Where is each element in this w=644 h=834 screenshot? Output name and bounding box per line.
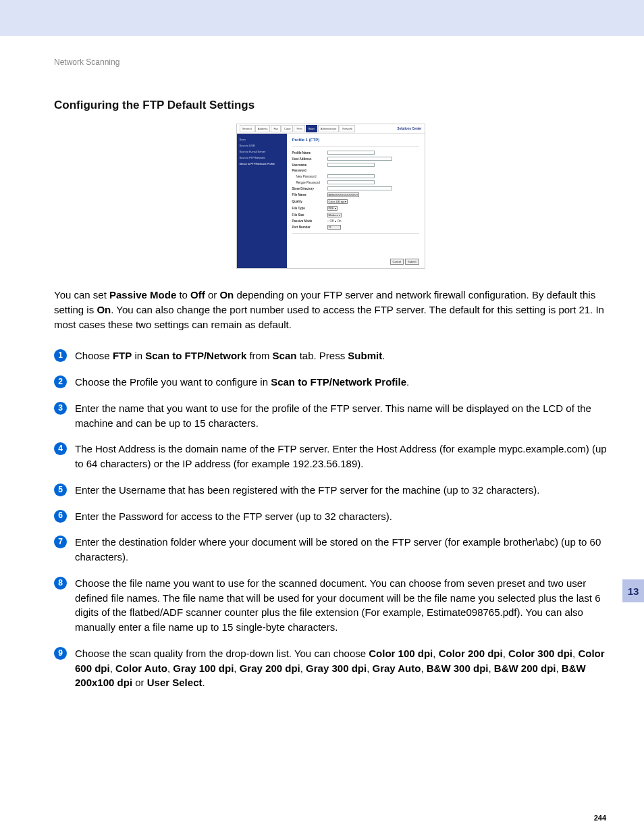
ss-select: BRNXXXXXXXXXXXX ▾ (327, 192, 360, 197)
step-7: 7 Enter the destination folder where you… (54, 535, 607, 565)
text-bold: B&W 300 dpi (427, 662, 489, 674)
step-bullet: 9 (54, 647, 67, 660)
text: or (205, 289, 220, 301)
ss-tab: General (240, 125, 254, 132)
text-bold: User Select (147, 677, 203, 688)
step-bullet: 4 (54, 442, 67, 455)
text: to (176, 289, 190, 301)
page-number: 244 (594, 814, 606, 822)
top-bar (0, 0, 644, 37)
step-bullet: 2 (54, 375, 67, 388)
page-heading: Configuring the FTP Default Settings (54, 99, 607, 112)
text-bold: Gray 100 dpi (173, 662, 234, 674)
ss-field-label: File Name (292, 193, 327, 197)
ss-input (327, 180, 375, 184)
step-body: Enter the Username that has been registe… (75, 483, 607, 498)
ss-side-item: Scan to FTP/Network (237, 155, 287, 161)
embedded-screenshot: General Address Fax Copy Print Scan Admi… (236, 124, 425, 269)
step-body: Choose the scan quality from the drop-do… (75, 646, 607, 690)
ss-side-item: Scan (237, 136, 287, 142)
chapter-tab: 13 (622, 579, 644, 602)
ss-sidebar: Scan Scan to USB Scan to E-mail Server S… (237, 134, 287, 268)
ss-field-label: Profile Name (292, 151, 327, 155)
text: . (382, 350, 385, 361)
ss-field-label: Port Number (292, 226, 327, 229)
ss-body: Scan Scan to USB Scan to E-mail Server S… (237, 134, 425, 268)
ss-field-label: Store Directory (292, 187, 327, 190)
step-bullet: 6 (54, 510, 67, 523)
step-body: The Host Address is the domain name of t… (75, 442, 607, 471)
text: Choose the Profile you want to configure… (75, 376, 271, 388)
ss-tab: Administrator (318, 125, 340, 132)
ss-input-small: 21 (327, 225, 341, 230)
ss-submit-button: Submit (405, 259, 419, 265)
text-bold: Passive Mode (109, 289, 176, 301)
breadcrumb: Network Scanning (54, 57, 607, 67)
step-4: 4 The Host Address is the domain name of… (54, 442, 607, 471)
step-2: 2 Choose the Profile you want to configu… (54, 375, 607, 390)
ss-input (327, 163, 375, 167)
text-bold: Color 200 dpi (439, 648, 503, 659)
page-content: Network Scanning Configuring the FTP Def… (0, 37, 644, 690)
ss-field-label: Quality (292, 200, 327, 203)
step-5: 5 Enter the Username that has been regis… (54, 483, 607, 498)
intro-paragraph: You can set Passive Mode to Off or On de… (54, 288, 607, 332)
ss-select: PDF ▾ (327, 206, 338, 211)
text-bold: Scan to FTP/Network (145, 350, 246, 361)
ss-field-label: Password (292, 169, 327, 172)
text-bold: Color 100 dpi (369, 648, 433, 659)
ss-input (327, 151, 375, 155)
step-body: Enter the name that you want to use for … (75, 401, 607, 431)
ss-tab: Copy (281, 125, 293, 132)
step-1: 1 Choose FTP in Scan to FTP/Network from… (54, 348, 607, 363)
text-bold: Scan to FTP/Network Profile (271, 376, 406, 388)
text: Choose (75, 350, 113, 361)
step-6: 6 Enter the Password for access to the F… (54, 509, 607, 524)
ss-side-item-active: ▸Scan to FTP/Network Profile (237, 161, 287, 167)
step-bullet: 5 (54, 484, 67, 496)
text-bold: B&W 200 dpi (494, 662, 556, 674)
ss-tab: Fax (271, 125, 281, 132)
ss-tab: Print (294, 125, 304, 132)
step-3: 3 Enter the name that you want to use fo… (54, 401, 607, 431)
ss-input (327, 174, 375, 178)
text: . (406, 376, 409, 388)
ss-panel-title: Profile 1 (FTP) (292, 138, 419, 142)
text-bold: FTP (113, 350, 132, 361)
ss-tabs: General Address Fax Copy Print Scan Admi… (240, 125, 356, 132)
text: from (246, 350, 272, 361)
text: You can set (54, 289, 109, 301)
ss-field-label: Username (292, 163, 327, 167)
text: tab. Press (296, 350, 348, 361)
text-bold: Gray Auto (372, 662, 421, 674)
ss-radio-group: ○ Off ● On (327, 219, 342, 223)
steps-list: 1 Choose FTP in Scan to FTP/Network from… (54, 348, 607, 690)
ss-tab-active: Scan (306, 125, 317, 132)
step-body: Choose FTP in Scan to FTP/Network from S… (75, 348, 607, 363)
ss-field-label: New Password (292, 175, 327, 178)
ss-field-label: File Type (292, 207, 327, 210)
ss-field-label: Host Address (292, 157, 327, 161)
step-body: Enter the Password for access to the FTP… (75, 509, 607, 524)
ss-field-label: File Size (292, 213, 327, 217)
ss-main: Profile 1 (FTP) Profile Name Host Addres… (287, 134, 425, 268)
step-8: 8 Choose the file name you want to use f… (54, 576, 607, 635)
ss-tab: Address (255, 125, 271, 132)
ss-field-label: Retype Password (292, 181, 327, 184)
step-body: Choose the file name you want to use for… (75, 576, 607, 635)
ss-field-label: Passive Mode (292, 219, 327, 223)
text-bold: On (219, 289, 234, 301)
ss-input (327, 157, 392, 161)
text: in (132, 350, 145, 361)
text-bold: Gray 300 dpi (306, 662, 367, 674)
ss-select: Color 100 dpi ▾ (327, 199, 348, 204)
step-bullet: 8 (54, 577, 67, 590)
ss-side-item: Scan to USB (237, 142, 287, 149)
text-bold: Color Auto (115, 662, 167, 674)
step-body: Enter the destination folder where your … (75, 535, 607, 565)
text-bold: Color 300 dpi (508, 648, 572, 659)
ss-input (327, 186, 392, 190)
step-body: Choose the Profile you want to configure… (75, 375, 607, 390)
ss-logo: Solutions Center (397, 127, 421, 130)
text-bold: Scan (273, 350, 297, 361)
